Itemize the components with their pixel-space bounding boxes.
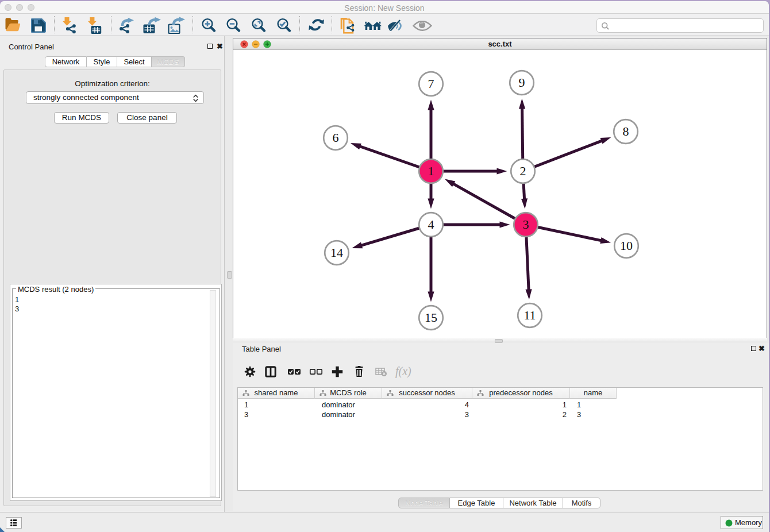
svg-text:4: 4 (428, 217, 434, 232)
svg-text:15: 15 (425, 310, 437, 325)
svg-text:14: 14 (330, 245, 343, 260)
svg-text:1: 1 (428, 164, 434, 178)
svg-text:11: 11 (523, 308, 536, 322)
svg-text:2: 2 (520, 164, 526, 178)
svg-text:3: 3 (523, 217, 529, 232)
svg-text:8: 8 (623, 124, 629, 138)
svg-text:6: 6 (333, 130, 339, 145)
svg-text:7: 7 (428, 76, 434, 91)
svg-text:10: 10 (620, 238, 633, 253)
svg-text:9: 9 (519, 75, 525, 90)
